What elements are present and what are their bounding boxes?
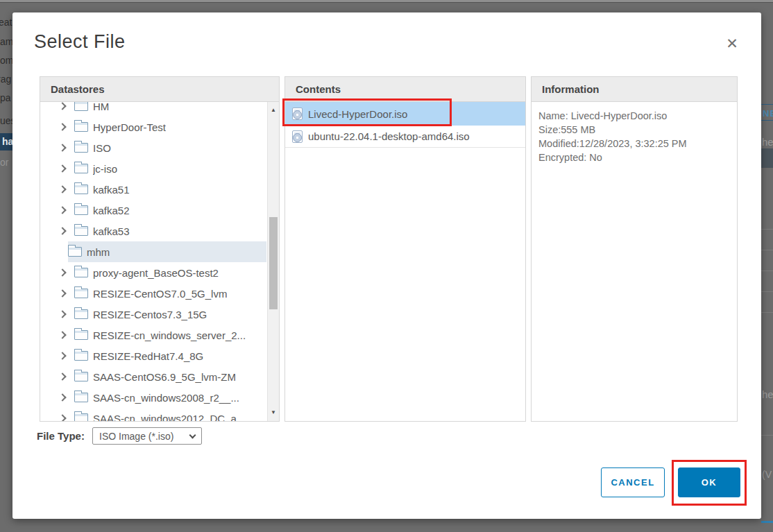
background-table-header-fragment: [761, 148, 773, 168]
background-text-fragment: or: [0, 157, 8, 168]
iso-file-icon: [292, 130, 303, 143]
chevron-right-icon[interactable]: [60, 103, 74, 109]
tree-item[interactable]: kafka53: [60, 221, 266, 241]
background-top-bar: [0, 0, 773, 3]
tree-item-label: mhm: [87, 246, 110, 258]
tree-item[interactable]: SAAS-cn_windows2008_r2__...: [60, 387, 266, 408]
tree-item-label: SAAS-CentOS6.9_5G_lvm-ZM: [93, 371, 236, 383]
information-panel-header: Information: [532, 77, 737, 102]
info-modified: Modified:12/28/2023, 3:32:25 PM: [538, 137, 730, 151]
chevron-right-icon[interactable]: [60, 187, 74, 192]
contents-panel-header: Contents: [285, 77, 525, 102]
folder-icon: [74, 102, 88, 111]
screen: eat am om rag pa ues ha or NE he he (V S…: [0, 0, 773, 532]
tree-item[interactable]: RESIZE-Centos7.3_15G: [60, 304, 266, 325]
tree-item[interactable]: proxy-agent_BaseOS-test2: [60, 262, 266, 283]
chevron-right-icon[interactable]: [60, 124, 74, 130]
tree-item-label: RESIZE-cn_windows_server_2...: [93, 329, 246, 341]
tree-item-label: RESIZE-RedHat7.4_8G: [93, 350, 203, 362]
datastore-tree: HM HyperDoor-Test ISO jc-iso: [40, 102, 279, 421]
tree-item[interactable]: jc-iso: [60, 158, 266, 179]
information-panel: Information Name: Livecd-HyperDoor.iso S…: [531, 76, 738, 422]
file-information: Name: Livecd-HyperDoor.iso Size:555 MB M…: [532, 102, 737, 421]
chevron-right-icon[interactable]: [60, 228, 74, 234]
chevron-right-icon[interactable]: [60, 311, 74, 317]
scrollbar-thumb[interactable]: [269, 217, 278, 309]
chevron-right-icon[interactable]: [60, 415, 74, 421]
scroll-up-icon[interactable]: ▲: [268, 105, 279, 116]
folder-icon: [74, 205, 88, 215]
tree-item[interactable]: SAAS-CentOS6.9_5G_lvm-ZM: [60, 366, 266, 387]
folder-icon: [74, 226, 88, 236]
folder-icon: [74, 143, 88, 153]
tree-item-label: kafka53: [93, 225, 130, 237]
tree-item-label: RESIZE-Centos7.3_15G: [93, 309, 207, 320]
file-item[interactable]: ubuntu-22.04.1-desktop-amd64.iso: [285, 126, 525, 148]
chevron-right-icon[interactable]: [60, 353, 74, 359]
select-file-dialog: Select File ✕ Datastores HM HyperDoor-Te…: [12, 12, 761, 519]
folder-icon: [74, 309, 88, 319]
folder-icon: [74, 393, 88, 402]
tree-item[interactable]: RESIZE-CentOS7.0_5G_lvm: [60, 283, 266, 304]
cancel-button[interactable]: CANCEL: [601, 467, 665, 497]
file-type-value: ISO Image (*.iso): [99, 431, 190, 442]
ok-button[interactable]: OK: [678, 467, 740, 497]
folder-icon: [74, 122, 88, 132]
tree-item[interactable]: RESIZE-RedHat7.4_8G: [60, 345, 266, 366]
chevron-right-icon[interactable]: [60, 207, 74, 213]
chevron-right-icon[interactable]: [60, 270, 74, 275]
tree-item-label: kafka51: [93, 184, 130, 196]
file-item-selected[interactable]: Livecd-HyperDoor.iso: [285, 102, 525, 126]
chevron-right-icon[interactable]: [60, 166, 74, 171]
tree-item-label: ISO: [93, 142, 111, 154]
tree-item-selected[interactable]: mhm: [68, 241, 266, 262]
chevron-right-icon[interactable]: [60, 395, 74, 400]
folder-icon: [74, 372, 88, 381]
folder-icon: [74, 164, 88, 173]
close-icon[interactable]: ✕: [720, 32, 744, 55]
folder-icon: [68, 247, 82, 257]
tree-item-label: HM: [93, 102, 109, 112]
background-text-fragment: om: [0, 55, 13, 66]
file-item-label: Livecd-HyperDoor.iso: [308, 108, 407, 120]
background-button-edge: [761, 521, 773, 523]
tree-item[interactable]: kafka51: [60, 179, 266, 200]
background-text-fragment: (V: [762, 469, 772, 480]
folder-icon: [74, 268, 88, 277]
tree-scrollbar[interactable]: ▲ ▼: [267, 102, 279, 421]
tree-item-label: SAAS-cn_windows2008_r2__...: [93, 392, 239, 404]
tree-item-label: kafka52: [93, 205, 130, 216]
background-text-fragment: rag: [0, 74, 11, 85]
chevron-right-icon[interactable]: [60, 291, 74, 296]
info-encrypted: Encrypted: No: [538, 151, 730, 164]
folder-icon: [74, 330, 88, 340]
background-text-fragment: am: [0, 36, 13, 47]
background-text-fragment: ha: [2, 136, 13, 147]
background-text-fragment: pa: [0, 92, 11, 103]
background-row-line: [761, 271, 773, 271]
tree-item-label: HyperDoor-Test: [93, 121, 166, 133]
folder-icon: [74, 185, 88, 194]
info-name: Name: Livecd-HyperDoor.iso: [538, 109, 730, 123]
background-text-fragment: eat: [0, 17, 12, 28]
file-type-label: File Type:: [37, 430, 85, 442]
tree-item[interactable]: RESIZE-cn_windows_server_2...: [60, 325, 266, 345]
tree-item[interactable]: HyperDoor-Test: [60, 117, 266, 137]
folder-icon: [74, 351, 88, 361]
tree-item[interactable]: HM: [60, 102, 266, 117]
tree-item[interactable]: kafka52: [60, 200, 266, 221]
background-text-fragment: he: [762, 136, 773, 148]
tree-item-label: jc-iso: [93, 163, 117, 175]
background-row-line: [761, 312, 773, 313]
iso-file-icon: [292, 108, 303, 120]
datastores-panel: Datastores HM HyperDoor-Test ISO: [40, 76, 280, 422]
tree-item[interactable]: ISO: [60, 137, 266, 158]
tree-item[interactable]: SAAS-cn_windows2012_DC_a...: [60, 408, 266, 421]
chevron-right-icon[interactable]: [60, 374, 74, 379]
background-row-line: [761, 250, 773, 250]
chevron-right-icon[interactable]: [60, 332, 74, 338]
file-type-dropdown[interactable]: ISO Image (*.iso): [92, 427, 202, 445]
scroll-down-icon[interactable]: ▼: [268, 407, 279, 418]
chevron-right-icon[interactable]: [60, 145, 74, 151]
tree-item-label: proxy-agent_BaseOS-test2: [93, 267, 219, 279]
